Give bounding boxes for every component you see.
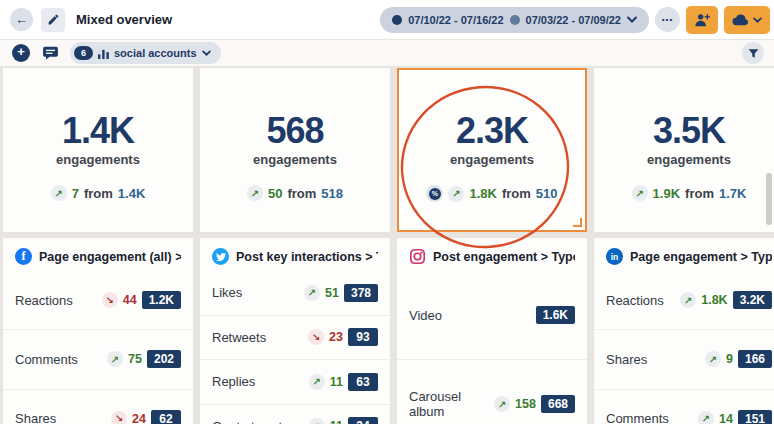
- delta-value: 1.8K: [701, 293, 727, 307]
- delta-value: 158: [515, 397, 536, 411]
- twitter-metric-card[interactable]: Post key interactions > Type Likes ↗ 51 …: [200, 238, 390, 424]
- metric-rows: Reactions ↘ 44 1.2K Comments ↗ 75 202: [3, 271, 193, 424]
- metric-row[interactable]: Likes ↗ 51 378: [200, 271, 390, 315]
- ellipsis-icon: •••: [662, 15, 673, 24]
- from-label: from: [502, 186, 531, 201]
- date-range-selector[interactable]: 07/10/22 - 07/16/22 07/03/22 - 07/09/22: [380, 7, 649, 33]
- metric-row[interactable]: Reactions ↘ 44 1.2K: [3, 271, 193, 329]
- metric-card-title: Post key interactions > Type: [236, 250, 378, 264]
- metric-card-header: Post engagement > Type: [397, 238, 587, 271]
- resize-handle[interactable]: [573, 218, 582, 227]
- top-bar-actions: 07/10/22 - 07/16/22 07/03/22 - 07/09/22 …: [380, 6, 770, 34]
- linkedin-metric-card[interactable]: in Page engagement > Type Reactions ↗ 1.…: [594, 238, 774, 424]
- total-badge: 34: [348, 417, 378, 424]
- stat-delta-line: ↗ 7 from 1.4K: [51, 185, 146, 201]
- metric-rows: Likes ↗ 51 378 Retweets ↘ 23 93: [200, 271, 390, 424]
- linkedin-icon: in: [606, 248, 623, 265]
- stat-card-engagements-2[interactable]: 568 engagements ↗ 50 from 518: [200, 68, 390, 232]
- metric-row[interactable]: Reactions ↗ 1.8K 3.2K: [594, 271, 774, 329]
- stat-card-engagements-4[interactable]: 3.5K engagements ↗ 1.9K from 1.7K: [594, 68, 774, 232]
- compare-date-range: 07/03/22 - 07/09/22: [526, 14, 621, 26]
- metric-rows: Reactions ↗ 1.8K 3.2K Shares ↗ 9 166: [594, 271, 774, 424]
- trend-up-icon: ↗: [698, 411, 714, 424]
- stat-card-engagements-1[interactable]: 1.4K engagements ↗ 7 from 1.4K: [3, 68, 193, 232]
- more-options-button[interactable]: •••: [655, 7, 680, 32]
- stat-delta-line: ↗ 1.9K from 1.7K: [632, 185, 747, 201]
- trend-up-icon: ↗: [632, 185, 648, 201]
- metric-card-header: in Page engagement > Type: [594, 238, 774, 271]
- notes-button[interactable]: [43, 46, 58, 60]
- share-report-button[interactable]: [686, 6, 718, 34]
- total-badge: 62: [151, 410, 181, 424]
- from-label: from: [84, 186, 113, 201]
- metric-row[interactable]: Comments ↗ 75 202: [3, 329, 193, 388]
- metric-row[interactable]: Quote tweets ↗ 11 34: [200, 404, 390, 424]
- bar-chart-icon: [98, 48, 109, 59]
- stat-value: 1.4K: [62, 112, 134, 150]
- total-badge: 1.2K: [142, 291, 181, 309]
- trend-up-icon: ↗: [448, 186, 464, 202]
- previous-value-link[interactable]: 510: [536, 186, 558, 201]
- analytics-dashboard: ← Mixed overview 07/10/22 - 07/16/22 07/…: [0, 0, 774, 424]
- edit-button[interactable]: [41, 8, 65, 32]
- chevron-down-icon: [627, 16, 637, 23]
- total-badge: 151: [738, 410, 772, 424]
- trend-up-icon: ↗: [247, 185, 263, 201]
- dashboard-grid: 1.4K engagements ↗ 7 from 1.4K 568 engag…: [0, 66, 774, 424]
- trend-up-icon: ↗: [309, 374, 325, 390]
- previous-value-link[interactable]: 518: [321, 186, 343, 201]
- trend-up-icon: ↗: [304, 285, 320, 301]
- instagram-metric-card[interactable]: Post engagement > Type Video 1.6K Carous…: [397, 238, 587, 424]
- total-badge: 202: [147, 350, 181, 368]
- total-badge: 1.6K: [536, 306, 575, 324]
- from-label: from: [685, 186, 714, 201]
- delta-value: 14: [719, 412, 733, 424]
- back-arrow-icon: ←: [15, 12, 28, 27]
- trend-up-icon: ↗: [309, 418, 325, 424]
- metric-card-title: Page engagement > Type: [630, 250, 772, 264]
- vertical-scrollbar-thumb[interactable]: [766, 173, 772, 225]
- secondary-toolbar: + 6 social accounts: [0, 40, 774, 66]
- metric-row[interactable]: Video 1.6K: [397, 271, 587, 359]
- compare-range-dot: [510, 15, 520, 25]
- stat-unit-label: engagements: [450, 152, 534, 167]
- trend-down-icon: ↘: [102, 292, 118, 308]
- person-add-icon: [694, 12, 710, 27]
- total-badge: 378: [344, 284, 378, 302]
- delta-value: 50: [268, 186, 282, 201]
- previous-value-link[interactable]: 1.4K: [118, 186, 145, 201]
- total-badge: 3.2K: [733, 291, 772, 309]
- stat-value: 568: [266, 112, 323, 150]
- comment-icon: [43, 46, 58, 60]
- stat-unit-label: engagements: [253, 152, 337, 167]
- filter-button[interactable]: [742, 42, 764, 64]
- metric-rows: Video 1.6K Carousel album ↗ 158 668: [397, 271, 587, 424]
- download-button[interactable]: [724, 6, 770, 34]
- stat-value: 2.3K: [456, 112, 528, 150]
- social-accounts-selector[interactable]: 6 social accounts: [70, 42, 221, 64]
- delta-value: 1.8K: [469, 186, 496, 201]
- metric-row[interactable]: Carousel album ↗ 158 668: [397, 359, 587, 424]
- delta-value: 1.9K: [653, 186, 680, 201]
- metric-row[interactable]: Comments ↗ 14 151: [594, 389, 774, 424]
- trend-down-icon: ↘: [111, 411, 127, 424]
- stat-unit-label: engagements: [647, 152, 731, 167]
- stat-delta-line: % ↗ 1.8K from 510: [426, 185, 557, 202]
- back-button[interactable]: ←: [10, 8, 33, 31]
- stat-unit-label: engagements: [56, 152, 140, 167]
- accounts-count-badge: 6: [74, 46, 93, 60]
- delta-value: 9: [726, 352, 733, 366]
- chevron-down-icon: [753, 17, 762, 23]
- metric-row[interactable]: Shares ↗ 9 166: [594, 329, 774, 388]
- metric-row[interactable]: Shares ↘ 24 62: [3, 389, 193, 424]
- delta-value: 51: [325, 286, 339, 300]
- add-widget-button[interactable]: +: [12, 44, 30, 62]
- facebook-icon: f: [15, 248, 32, 265]
- metric-row[interactable]: Replies ↗ 11 63: [200, 359, 390, 404]
- top-bar: ← Mixed overview 07/10/22 - 07/16/22 07/…: [0, 0, 774, 40]
- previous-value-link[interactable]: 1.7K: [719, 186, 746, 201]
- stat-card-engagements-3-selected[interactable]: 2.3K engagements % ↗ 1.8K from 510: [397, 68, 587, 232]
- metric-row[interactable]: Retweets ↘ 23 93: [200, 315, 390, 360]
- chevron-down-icon: [202, 50, 211, 56]
- facebook-metric-card[interactable]: f Page engagement (all) > T... Reactions…: [3, 238, 193, 424]
